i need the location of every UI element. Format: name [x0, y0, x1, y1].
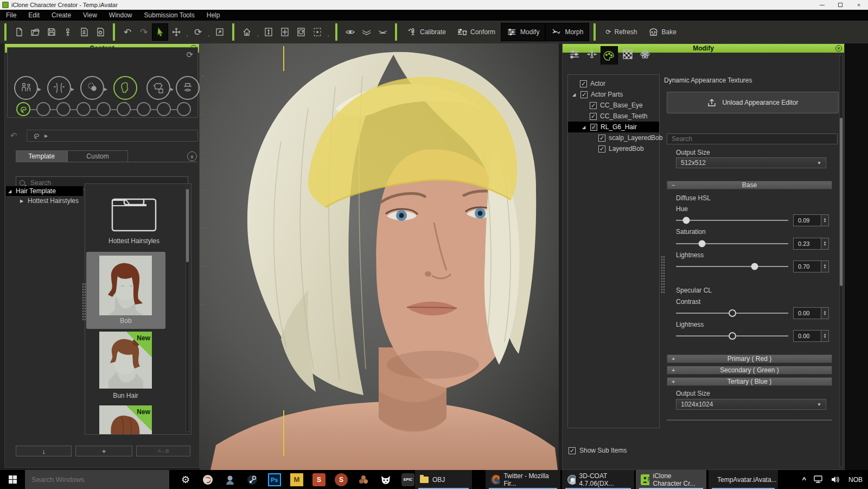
fox-app-icon[interactable] — [379, 473, 392, 486]
tab-template[interactable]: Template — [16, 150, 67, 162]
collapse-panel-icon[interactable]: ∨ — [187, 151, 197, 161]
volume-icon[interactable] — [831, 475, 841, 484]
thumbnail-partial[interactable]: New — [99, 405, 152, 435]
modify-search-input[interactable] — [667, 134, 838, 144]
subcategory-8[interactable] — [157, 102, 171, 116]
show-sub-items[interactable]: ✓ Show Sub Items — [569, 447, 627, 454]
hue-slider[interactable] — [676, 220, 788, 221]
taskbar-window-iclone-active[interactable]: iClone Character Cr... — [636, 470, 706, 489]
tab-texture[interactable] — [619, 46, 636, 62]
redo-button[interactable]: ↷ — [136, 23, 152, 41]
home-camera-button[interactable] — [239, 23, 255, 41]
tree-item-rl-g6-hair-selected[interactable]: ◢ ✓ RL_G6_Hair — [568, 122, 659, 132]
tree-item-cc-base-eye[interactable]: ✓ CC_Base_Eye — [568, 100, 659, 111]
contrast-slider-knob[interactable] — [729, 309, 736, 317]
camera-pan-button[interactable] — [277, 23, 293, 41]
tab-physics[interactable] — [636, 46, 654, 62]
checkbox-scalp-layeredbob[interactable]: ✓ — [598, 135, 605, 142]
thumbnail-bun-hair[interactable]: New Bun Hair — [99, 332, 152, 402]
contrast-spinner[interactable]: ▲▼ — [821, 307, 829, 319]
checkbox-actor[interactable]: ✓ — [580, 80, 587, 87]
tree-item-actor-parts[interactable]: ◢ ✓ Actor Parts — [568, 89, 659, 100]
modify-panel-close-icon[interactable]: × — [835, 45, 842, 52]
content-splitter-handle[interactable] — [82, 283, 86, 321]
subcategory-3[interactable] — [56, 102, 71, 116]
move-tool-dropdown[interactable]: ▪ — [184, 23, 190, 41]
mudbox-icon[interactable]: M — [290, 473, 303, 486]
category-cloth[interactable]: ▶ — [146, 76, 170, 100]
output-size-dropdown-top[interactable]: 512x512 ▼ — [676, 157, 826, 168]
tab-appearance-active[interactable] — [601, 46, 618, 65]
layer-mode-button[interactable] — [358, 23, 374, 41]
steam-icon[interactable] — [246, 473, 259, 486]
undo-button[interactable]: ↶ — [119, 23, 136, 41]
project-settings-button[interactable] — [92, 23, 108, 41]
camera-zoom-region-button[interactable] — [309, 23, 326, 41]
settings-gear-icon[interactable]: ⚙ — [179, 473, 192, 486]
checkbox-cc-base-teeth[interactable]: ✓ — [590, 113, 597, 120]
folder-tile-hottest-hairstyles[interactable]: Hottest Hairstyles — [85, 188, 183, 245]
specular-lightness-spinner[interactable]: ▲▼ — [821, 330, 829, 342]
rotate-tool-dropdown[interactable]: ▪ — [206, 23, 212, 41]
contrast-value[interactable]: 0.00 — [793, 307, 821, 319]
tree-item-hair-template[interactable]: ◢ Hair Template — [6, 186, 83, 196]
open-file-button[interactable] — [27, 23, 43, 41]
menu-edit[interactable]: Edit — [22, 10, 46, 21]
minimize-button[interactable] — [813, 0, 831, 10]
export-character-button[interactable] — [76, 23, 92, 41]
camera-orbit-button[interactable] — [293, 23, 309, 41]
breadcrumb[interactable]: ▶ — [27, 130, 198, 142]
home-camera-dropdown[interactable]: ▪ — [255, 23, 260, 41]
taskbar-window-tempavatar[interactable]: TempAvatar.iAvata... — [709, 470, 778, 489]
output-size-dropdown-bottom[interactable]: 1024x1024 ▼ — [676, 399, 826, 410]
subcategory-5[interactable] — [97, 102, 111, 116]
category-accessory[interactable] — [176, 76, 200, 100]
camera-zoom-dropdown[interactable]: ▪ — [326, 23, 331, 41]
content-refresh-icon[interactable]: ⟳ — [186, 50, 193, 60]
modify-button[interactable]: Modify — [501, 23, 545, 41]
network-icon[interactable] — [814, 475, 824, 484]
sphere-app-icon[interactable] — [201, 473, 214, 486]
menu-submission-tools[interactable]: Submission Tools — [138, 10, 201, 21]
apply-to-button[interactable]: A→B — [136, 446, 190, 456]
calibrate-button[interactable]: Calibrate — [401, 23, 451, 41]
category-head[interactable]: ▼ — [113, 76, 137, 100]
tree-item-layeredbob[interactable]: ✓ LayeredBob — [568, 143, 659, 154]
checkbox-cc-base-eye[interactable]: ✓ — [590, 102, 597, 109]
tab-custom[interactable]: Custom — [67, 150, 128, 162]
tab-conform[interactable] — [583, 46, 601, 62]
menu-window[interactable]: Window — [103, 10, 138, 21]
modify-scrollbar[interactable] — [839, 55, 843, 467]
tree-item-scalp-layeredbob[interactable]: ✓ scalp_LayeredBob — [568, 132, 659, 143]
taskbar-window-firefox[interactable]: Twitter - Mozilla Fir... — [486, 470, 560, 489]
modify-splitter-handle[interactable] — [661, 256, 665, 294]
category-morph[interactable]: ▶ — [47, 76, 71, 100]
substance-painter-icon[interactable]: S — [312, 473, 326, 486]
unload-appearance-editor-button[interactable]: Unload Appearance Editor — [667, 92, 839, 113]
hue-spinner[interactable]: ▲▼ — [821, 214, 829, 226]
lightness-slider[interactable] — [676, 266, 788, 267]
add-content-button[interactable]: + — [75, 446, 132, 456]
viewport-3d[interactable] — [200, 43, 559, 470]
specular-lightness-value[interactable]: 0.00 — [793, 330, 821, 342]
bust-app-icon[interactable] — [224, 473, 237, 486]
lightness-spinner[interactable]: ▲▼ — [821, 261, 829, 272]
new-project-button[interactable] — [11, 23, 27, 41]
subcategory-7[interactable] — [137, 102, 151, 116]
category-material[interactable]: ▶ — [80, 76, 104, 100]
specular-lightness-slider[interactable] — [676, 335, 788, 336]
tree-item-actor[interactable]: ✓ Actor — [568, 78, 659, 89]
bake-button[interactable]: Bake — [643, 23, 682, 41]
subcategory-9[interactable] — [177, 102, 191, 116]
save-button[interactable] — [43, 23, 60, 41]
substance-designer-icon[interactable]: S — [335, 473, 348, 486]
language-indicator[interactable]: NOB — [848, 476, 863, 484]
modify-scrollbar-thumb[interactable] — [840, 118, 843, 286]
menu-file[interactable]: File — [0, 10, 22, 21]
hue-value[interactable]: 0.09 — [793, 214, 821, 226]
visibility-button[interactable] — [342, 23, 358, 41]
tertiary-blue-section-header[interactable]: + Tertiary ( Blue ) — [667, 377, 832, 386]
photoshop-icon[interactable]: Ps — [268, 473, 281, 486]
morph-button[interactable]: Morph — [545, 23, 589, 41]
show-sub-items-checkbox[interactable]: ✓ — [569, 447, 576, 454]
